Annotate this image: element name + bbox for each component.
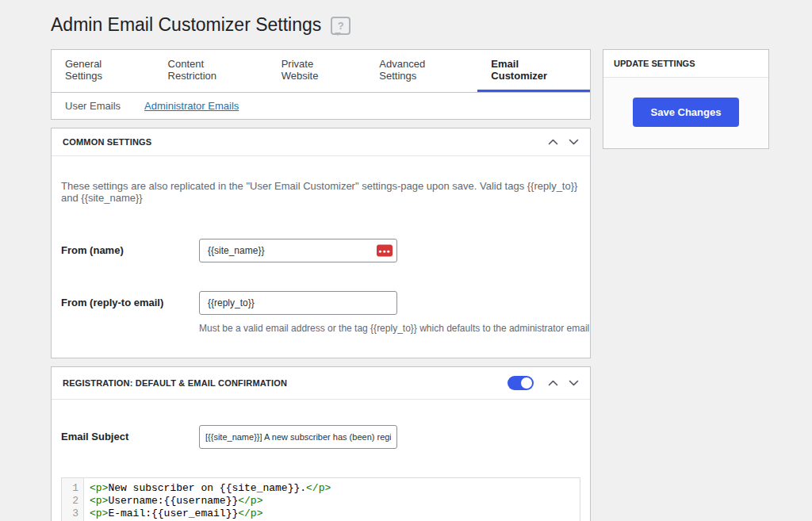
from-email-help-text: Must be a valid email address or the tag… — [199, 323, 589, 334]
common-settings-panel: COMMON SETTINGS These settings are also … — [51, 128, 591, 358]
common-settings-body: These settings are also replicated in th… — [52, 156, 590, 358]
main-column: General Settings Content Restriction Pri… — [51, 49, 591, 521]
update-settings-panel: UPDATE SETTINGS Save Changes — [603, 49, 769, 149]
code-line[interactable]: <p>Username:{{username}}</p> — [90, 495, 331, 508]
tab-private-website[interactable]: Private Website — [268, 50, 366, 92]
email-subject-input[interactable] — [199, 425, 397, 449]
page-title: Admin Email Customizer Settings — [51, 13, 321, 36]
save-changes-button[interactable]: Save Changes — [633, 98, 740, 127]
tab-advanced-settings[interactable]: Advanced Settings — [366, 50, 477, 92]
email-body-editor[interactable]: 1234 <p>New subscriber on {{site_name}}.… — [61, 477, 580, 521]
tab-email-customizer[interactable]: Email Customizer — [477, 50, 590, 92]
tab-general-settings[interactable]: General Settings — [52, 50, 155, 92]
registration-header: REGISTRATION: DEFAULT & EMAIL CONFIRMATI… — [52, 367, 590, 400]
chevron-down-icon[interactable] — [569, 380, 579, 386]
registration-panel: REGISTRATION: DEFAULT & EMAIL CONFIRMATI… — [51, 366, 591, 521]
tab-bar: General Settings Content Restriction Pri… — [51, 49, 591, 93]
code-line[interactable]: <p>E-mail:{{user_email}}</p> — [90, 508, 331, 520]
email-subject-label: Email Subject — [61, 425, 199, 442]
help-icon[interactable]: ? — [331, 17, 350, 35]
from-name-input[interactable] — [199, 239, 397, 262]
update-settings-body: Save Changes — [603, 78, 768, 148]
side-column: UPDATE SETTINGS Save Changes — [603, 49, 769, 149]
code-lines[interactable]: <p>New subscriber on {{site_name}}.</p><… — [84, 478, 331, 521]
from-email-label: From (reply-to email) — [61, 291, 199, 308]
from-email-input[interactable] — [199, 291, 397, 315]
admin-email-customizer-page: Admin Email Customizer Settings ? Genera… — [0, 0, 812, 521]
common-settings-header: COMMON SETTINGS — [52, 128, 590, 156]
common-settings-header-icons — [548, 139, 579, 145]
from-name-row: From (name) ●●● — [61, 239, 580, 262]
content-layout: General Settings Content Restriction Pri… — [51, 49, 812, 521]
registration-title: REGISTRATION: DEFAULT & EMAIL CONFIRMATI… — [63, 378, 287, 388]
registration-header-icons — [508, 376, 579, 390]
code-line[interactable]: <p>New subscriber on {{site_name}}.</p> — [90, 482, 331, 495]
email-subject-row: Email Subject — [61, 425, 580, 449]
chevron-up-icon[interactable] — [548, 139, 558, 145]
subtab-bar: User Emails Administrator Emails — [51, 93, 591, 120]
email-subject-input-wrap — [199, 425, 397, 449]
registration-body: Email Subject 1234 <p>New subscriber on … — [52, 400, 590, 521]
page-header: Admin Email Customizer Settings ? — [0, 0, 812, 36]
extension-badge-icon[interactable]: ●●● — [377, 245, 393, 257]
code-gutter: 1234 — [62, 478, 84, 521]
from-name-input-wrap: ●●● — [199, 239, 397, 262]
update-settings-title: UPDATE SETTINGS — [603, 50, 768, 78]
common-settings-description: These settings are also replicated in th… — [61, 180, 580, 204]
subtab-user-emails[interactable]: User Emails — [65, 100, 121, 112]
registration-toggle[interactable] — [508, 376, 534, 390]
chevron-down-icon[interactable] — [569, 139, 579, 145]
common-settings-title: COMMON SETTINGS — [63, 137, 151, 147]
subtab-administrator-emails[interactable]: Administrator Emails — [144, 100, 239, 112]
from-email-input-wrap: Must be a valid email address or the tag… — [199, 291, 589, 334]
from-name-label: From (name) — [61, 239, 199, 256]
from-email-row: From (reply-to email) Must be a valid em… — [61, 291, 580, 334]
chevron-up-icon[interactable] — [548, 380, 558, 386]
tab-content-restriction[interactable]: Content Restriction — [155, 50, 268, 92]
